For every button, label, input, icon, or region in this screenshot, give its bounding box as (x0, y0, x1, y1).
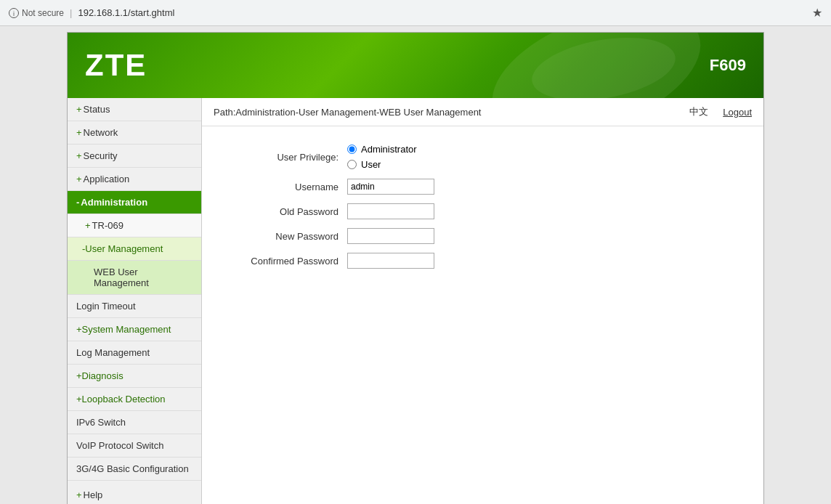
old-password-label: Old Password (231, 206, 347, 217)
bookmark-icon[interactable]: ★ (812, 6, 822, 20)
sidebar-item-tr069[interactable]: TR-069 (68, 214, 201, 237)
sidebar-item-web-user-management[interactable]: WEB User Management (68, 261, 201, 295)
sidebar-item-user-management[interactable]: -User Management (68, 237, 201, 261)
admin-radio-label[interactable]: Administrator (347, 144, 417, 155)
sidebar-item-login-timeout[interactable]: Login Timeout (68, 295, 201, 318)
sidebar-item-administration[interactable]: Administration (68, 191, 201, 214)
sidebar-item-ipv6[interactable]: IPv6 Switch (68, 411, 201, 434)
user-radio-text: User (361, 159, 381, 170)
sidebar-item-network[interactable]: Network (68, 121, 201, 145)
new-password-row: New Password (231, 228, 734, 244)
username-row: Username (231, 179, 734, 195)
info-icon: i (9, 8, 19, 18)
language-switch[interactable]: 中文 (689, 105, 708, 118)
username-input[interactable] (347, 179, 434, 195)
zte-logo: ZTE (85, 48, 147, 83)
confirmed-password-label: Confirmed Password (231, 256, 347, 267)
sidebar-item-diagnosis[interactable]: +Diagnosis (68, 365, 201, 388)
not-secure-indicator: i Not secure (9, 8, 64, 18)
router-ui: ZTE F609 Status Network Security Applica… (67, 32, 764, 504)
logout-link[interactable]: Logout (723, 107, 752, 118)
breadcrumb-path: Path:Administration-User Management-WEB … (214, 107, 481, 118)
browser-bar: i Not secure | 192.168.1.1/start.ghtml ★ (0, 0, 831, 26)
sidebar-item-voip[interactable]: VoIP Protocol Switch (68, 434, 201, 458)
sidebar-item-help[interactable]: Help (68, 484, 201, 504)
new-password-label: New Password (231, 231, 347, 242)
sidebar-item-system-management[interactable]: +System Management (68, 318, 201, 341)
address-bar[interactable]: 192.168.1.1/start.ghtml (78, 7, 174, 18)
user-privilege-row: User Privilege: Administrator User (231, 144, 734, 170)
user-radio[interactable] (347, 160, 357, 169)
svg-text:i: i (13, 10, 15, 17)
sidebar-item-log-management[interactable]: Log Management (68, 341, 201, 365)
content-area: Status Network Security Application Admi… (68, 98, 763, 504)
privilege-radio-group: Administrator User (347, 144, 417, 170)
sidebar: Status Network Security Application Admi… (68, 98, 202, 504)
device-model: F609 (710, 56, 746, 75)
user-radio-label[interactable]: User (347, 159, 417, 170)
lang-logout-area: 中文 Logout (689, 105, 752, 118)
confirmed-password-row: Confirmed Password (231, 253, 734, 269)
old-password-input[interactable] (347, 203, 434, 219)
username-label: Username (231, 182, 347, 192)
page-wrapper: ZTE F609 Status Network Security Applica… (0, 26, 831, 504)
main-content: Path:Administration-User Management-WEB … (202, 98, 763, 504)
breadcrumb-bar: Path:Administration-User Management-WEB … (202, 98, 763, 126)
sidebar-item-security[interactable]: Security (68, 145, 201, 168)
admin-radio[interactable] (347, 145, 357, 154)
new-password-input[interactable] (347, 228, 434, 244)
not-secure-label: Not secure (22, 8, 64, 18)
form-area: User Privilege: Administrator User (202, 126, 763, 295)
header: ZTE F609 (68, 33, 763, 98)
sidebar-item-loopback[interactable]: +Loopback Detection (68, 388, 201, 411)
user-privilege-label: User Privilege: (231, 152, 347, 163)
sidebar-item-status[interactable]: Status (68, 98, 201, 121)
admin-radio-text: Administrator (361, 144, 417, 155)
old-password-row: Old Password (231, 203, 734, 219)
confirmed-password-input[interactable] (347, 253, 434, 269)
sidebar-item-application[interactable]: Application (68, 168, 201, 191)
sidebar-item-3g4g[interactable]: 3G/4G Basic Configuration (68, 458, 201, 481)
